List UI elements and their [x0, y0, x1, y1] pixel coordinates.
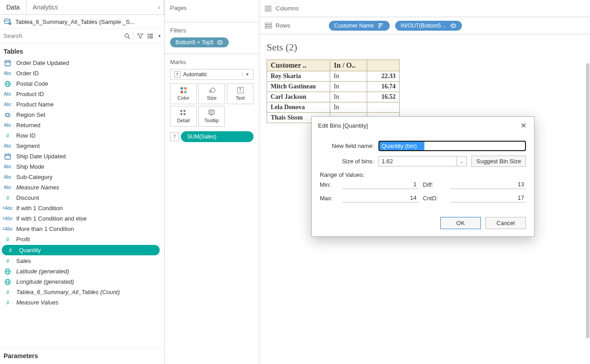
field-label: Discount — [16, 194, 39, 201]
mark-btn-color[interactable]: Color — [170, 83, 197, 104]
view-mode-icon[interactable] — [147, 32, 154, 40]
field-item-product-name[interactable]: AbcProduct Name — [0, 99, 164, 110]
field-item-product-id[interactable]: AbcProduct ID — [0, 89, 164, 99]
close-icon[interactable]: ✕ — [519, 121, 528, 130]
text-type-icon: T — [174, 71, 180, 78]
table-row[interactable]: Mitch GastineauIn16.74 — [267, 82, 400, 92]
chevron-down-icon[interactable]: ⌄ — [456, 157, 466, 166]
svg-point-2 — [125, 34, 129, 37]
mark-btn-tooltip[interactable]: Tooltip — [198, 106, 225, 127]
field-item-latitude-generated-[interactable]: Latitude (generated) — [0, 266, 164, 276]
data-table: Customer .. In / O.. Roy SkariaIn22.33Mi… — [267, 60, 400, 123]
pages-shelf-title: Pages — [170, 5, 254, 11]
row-pill-inout[interactable]: IN/OUT(Bottom5 .. — [395, 21, 461, 31]
date-icon — [4, 60, 12, 66]
cell-name: Mitch Gastineau — [267, 82, 330, 92]
range-title: Range of Values: — [320, 171, 526, 178]
svg-rect-46 — [378, 23, 383, 24]
cell-value — [367, 102, 400, 113]
chevron-left-icon[interactable]: ‹ — [158, 4, 160, 11]
marks-type-label: Automatic — [183, 71, 240, 78]
svg-rect-8 — [148, 37, 149, 38]
text-icon: T — [237, 87, 244, 93]
svg-rect-33 — [180, 110, 182, 112]
svg-rect-42 — [270, 6, 271, 11]
mark-btn-detail[interactable]: Detail — [170, 106, 197, 127]
field-item-measure-names[interactable]: AbcMeasure Names — [0, 182, 164, 193]
marks-type-dropdown[interactable]: T Automatic ▼ — [170, 69, 254, 80]
max-value: 14 — [342, 194, 419, 203]
field-item-sales[interactable]: #Sales — [0, 256, 164, 266]
new-field-label: New field name: — [320, 143, 374, 149]
cancel-button[interactable]: Cancel — [485, 217, 526, 229]
field-item-order-id[interactable]: AbcOrder ID — [0, 68, 164, 78]
tooltip-icon — [208, 110, 215, 116]
text-mark-indicator: T — [170, 132, 179, 141]
search-icon[interactable] — [124, 32, 131, 40]
new-field-input[interactable] — [378, 141, 526, 151]
rows-icon — [265, 23, 272, 29]
field-item-returned[interactable]: AbcReturned — [0, 120, 164, 130]
field-item-discount[interactable]: #Discount — [0, 193, 164, 203]
table-row[interactable]: Roy SkariaIn22.33 — [267, 71, 400, 82]
svg-rect-43 — [265, 23, 272, 24]
col-header-value[interactable] — [367, 60, 400, 71]
svg-rect-37 — [209, 110, 214, 114]
scrollbar-thumb[interactable] — [586, 63, 590, 338]
field-item-profit[interactable]: #Profit — [0, 234, 164, 244]
field-item-more-than-1-condition[interactable]: =AbcMore than 1 Condition — [0, 224, 164, 234]
col-header-inout[interactable]: In / O.. — [330, 60, 367, 71]
ok-button[interactable]: OK — [440, 217, 481, 229]
dropdown-caret-icon[interactable]: ▼ — [157, 34, 161, 38]
datasource-row[interactable]: Tablea_6_Summary_All_Tables (Sample _S..… — [0, 15, 164, 29]
field-item-row-id[interactable]: #Row ID — [0, 130, 164, 141]
text-pill[interactable]: SUM(Sales) — [181, 131, 254, 142]
field-item-measure-values[interactable]: #Measure Values — [0, 297, 164, 308]
table-row[interactable]: Lela DonovaIn — [267, 102, 400, 113]
filter-pill[interactable]: Bottom5 + Top5 — [170, 37, 229, 47]
scrollbar[interactable] — [585, 63, 590, 343]
field-item-tablea-6-summary-all-tables-count-[interactable]: #Tablea_6_Summary_All_Tables (Count) — [0, 287, 164, 297]
field-item-postal-code[interactable]: Postal Code — [0, 78, 164, 89]
abc-icon: Abc — [4, 175, 12, 180]
field-item-if-with-1-condition-and-else[interactable]: =AbcIf with 1 Condition and else — [0, 213, 164, 224]
tab-analytics[interactable]: Analytics ‹ — [27, 0, 164, 14]
set-icon — [4, 112, 12, 118]
svg-point-0 — [5, 19, 10, 21]
hash-icon: # — [4, 133, 12, 139]
suggest-bin-size-button[interactable]: Suggest Bin Size — [471, 156, 526, 167]
min-label: Min: — [320, 181, 338, 188]
field-item-quantity[interactable]: #Quantity — [2, 245, 160, 255]
svg-rect-7 — [149, 36, 153, 37]
col-header-customer[interactable]: Customer .. — [267, 60, 330, 71]
min-value: 1 — [342, 180, 419, 189]
field-item-region-set[interactable]: Region Set — [0, 110, 164, 120]
svg-rect-40 — [265, 6, 267, 11]
datasource-icon — [4, 18, 12, 26]
search-input[interactable] — [3, 31, 121, 41]
abc-icon: Abc — [4, 143, 12, 148]
mark-btn-size[interactable]: Size — [198, 83, 225, 104]
abc-icon: Abc — [4, 92, 12, 97]
row-pill-customer[interactable]: Customer Name — [329, 21, 390, 31]
row-pill-customer-label: Customer Name — [334, 23, 373, 29]
date-icon — [4, 153, 12, 160]
svg-rect-9 — [149, 37, 153, 38]
size-bins-select[interactable]: 1.62 ⌄ — [378, 156, 467, 166]
tab-data[interactable]: Data — [0, 0, 27, 14]
mark-btn-text[interactable]: T Text — [227, 83, 254, 104]
filter-icon[interactable] — [137, 32, 144, 40]
text-pill-label: SUM(Sales) — [187, 134, 217, 140]
field-item-ship-mode[interactable]: AbcShip Mode — [0, 161, 164, 172]
field-label: Order Date Updated — [16, 60, 69, 66]
abc-icon: Abc — [4, 185, 12, 190]
field-label: If with 1 Condition — [16, 205, 63, 212]
field-item-order-date-updated[interactable]: Order Date Updated — [0, 58, 164, 68]
field-item-longitude-generated-[interactable]: Longitude (generated) — [0, 276, 164, 287]
field-item-if-with-1-condition[interactable]: =AbcIf with 1 Condition — [0, 203, 164, 213]
field-item-segment[interactable]: AbcSegment — [0, 141, 164, 151]
svg-rect-5 — [149, 34, 153, 35]
table-row[interactable]: Carl JacksonIn16.52 — [267, 92, 400, 102]
field-item-sub-category[interactable]: AbcSub-Category — [0, 172, 164, 182]
field-item-ship-date-updated[interactable]: Ship Date Updated — [0, 151, 164, 161]
